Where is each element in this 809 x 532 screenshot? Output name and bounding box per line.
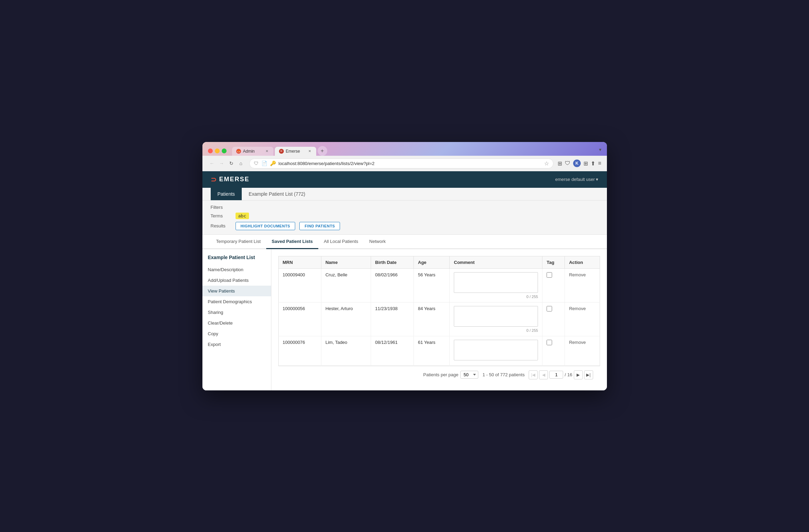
cell-tag-1 — [542, 268, 565, 302]
sidebar-item-view[interactable]: View Patients — [202, 286, 271, 296]
table-header-row: MRN Name Birth Date Age Comment Tag Acti… — [278, 256, 600, 268]
pagination-bar: Patients per page 50 25 100 1 - 50 of 77… — [278, 366, 600, 383]
find-patients-button[interactable]: FIND PATIENTS — [299, 222, 340, 230]
menu-icon[interactable]: ≡ — [598, 160, 601, 166]
next-page-button[interactable]: ▶ — [574, 370, 583, 379]
per-page-label: Patients per page — [423, 372, 458, 377]
home-button[interactable]: ⌂ — [237, 159, 245, 167]
page-separator: / — [565, 372, 566, 377]
comment-input-2[interactable] — [454, 306, 538, 327]
new-tab-button[interactable]: + — [318, 146, 327, 156]
sidebar-item-add-upload[interactable]: Add/Upload Patients — [202, 275, 271, 286]
cell-comment-3 — [450, 336, 542, 366]
page-nav: |◀ ◀ / 16 ▶ ▶| — [529, 370, 593, 379]
emerse-tab-close[interactable]: ✕ — [307, 149, 312, 154]
cell-comment-1: 0 / 255 — [450, 268, 542, 302]
profile-icon[interactable]: K — [573, 160, 581, 167]
remove-button-1[interactable]: Remove — [569, 272, 586, 277]
sidebar-item-copy[interactable]: Copy — [202, 328, 271, 339]
back-button[interactable]: ← — [208, 159, 216, 167]
shield-check-icon[interactable]: 🛡 — [565, 160, 570, 166]
tab-temporary[interactable]: Temporary Patient List — [211, 235, 266, 249]
cell-age-1: 56 Years — [414, 268, 450, 302]
sidebar-item-demographics[interactable]: Patient Demographics — [202, 296, 271, 307]
address-bar: ← → ↻ ⌂ 🛡 📄 🔑 localhost:8080/emerse/pati… — [202, 156, 607, 171]
security-icon: 🛡 — [254, 161, 259, 166]
url-bar[interactable]: 🛡 📄 🔑 localhost:8080/emerse/patients/lis… — [249, 158, 554, 168]
tab-saved[interactable]: Saved Patient Lists — [266, 235, 318, 249]
results-label: Results — [211, 223, 231, 228]
comment-count-1: 0 / 255 — [454, 295, 538, 299]
comment-count-2: 0 / 255 — [454, 328, 538, 332]
last-page-button[interactable]: ▶| — [584, 370, 593, 379]
prev-page-button[interactable]: ◀ — [539, 370, 548, 379]
sidebar-item-clear-delete[interactable]: Clear/Delete — [202, 318, 271, 328]
col-action: Action — [565, 256, 600, 268]
tag-checkbox-3[interactable] — [547, 340, 552, 345]
maximize-button[interactable] — [222, 149, 227, 153]
tab-network[interactable]: Network — [364, 235, 391, 249]
emerse-favicon: ⊃ — [279, 149, 284, 154]
col-comment: Comment — [450, 256, 542, 268]
minimize-button[interactable] — [215, 149, 220, 153]
browser-tab-admin[interactable]: 🦊 Admin ✕ — [232, 147, 273, 156]
patients-nav-tab[interactable]: Patients — [211, 188, 242, 200]
tag-checkbox-2[interactable] — [547, 306, 552, 311]
cell-mrn-3: 100000076 — [278, 336, 321, 366]
sidebar-item-sharing[interactable]: Sharing — [202, 307, 271, 318]
cell-action-3: Remove — [565, 336, 600, 366]
forward-button[interactable]: → — [218, 159, 226, 167]
col-mrn: MRN — [278, 256, 321, 268]
highlight-documents-button[interactable]: HIGHLIGHT DOCUMENTS — [236, 222, 296, 230]
col-tag: Tag — [542, 256, 565, 268]
admin-tab-close[interactable]: ✕ — [264, 149, 269, 154]
browser-tab-emerse[interactable]: ⊃ Emerse ✕ — [275, 147, 316, 156]
admin-favicon: 🦊 — [236, 149, 241, 154]
table-row: 100000076 Lim, Tadeo 08/12/1961 61 Years — [278, 336, 600, 366]
filters-row: Filters — [211, 205, 599, 210]
toolbar-icons: ⊞ 🛡 K ⊞ ⬆ ≡ — [558, 160, 601, 167]
cell-mrn-1: 100009400 — [278, 268, 321, 302]
tag-checkbox-1[interactable] — [547, 272, 552, 278]
per-page-select[interactable]: 50 25 100 — [460, 371, 478, 379]
term-badge: abc — [236, 213, 249, 219]
page-icon: 📄 — [261, 161, 267, 166]
admin-tab-label: Admin — [243, 149, 255, 154]
main-content: Patients Example Patient List (772) Filt… — [202, 188, 607, 390]
col-age: Age — [414, 256, 450, 268]
extensions-icon[interactable]: ⊞ — [583, 160, 588, 167]
sidebar-item-export[interactable]: Export — [202, 339, 271, 350]
table-area: MRN Name Birth Date Age Comment Tag Acti… — [271, 249, 607, 390]
cell-name-3: Lim, Tadeo — [321, 336, 371, 366]
refresh-button[interactable]: ↻ — [227, 159, 236, 167]
sidebar-item-name[interactable]: Name/Description — [202, 264, 271, 275]
grid-icon[interactable]: ⊞ — [558, 160, 562, 167]
sidebar: Example Patient List Name/Description Ad… — [202, 249, 271, 390]
tabs-bar: 🦊 Admin ✕ ⊃ Emerse ✕ + — [232, 146, 585, 156]
first-page-button[interactable]: |◀ — [529, 370, 538, 379]
patients-table: MRN Name Birth Date Age Comment Tag Acti… — [278, 256, 600, 366]
results-row: Results HIGHLIGHT DOCUMENTS FIND PATIENT… — [211, 222, 599, 230]
comment-input-1[interactable] — [454, 272, 538, 293]
extensions2-icon[interactable]: ⬆ — [591, 160, 595, 167]
top-nav: Patients Example Patient List (772) — [202, 188, 607, 201]
close-button[interactable] — [208, 149, 213, 153]
cell-birth-1: 08/02/1966 — [371, 268, 413, 302]
user-menu[interactable]: emerse default user ▾ — [555, 177, 599, 182]
bookmark-icon[interactable]: ☆ — [544, 160, 549, 167]
cell-tag-2 — [542, 302, 565, 336]
remove-button-2[interactable]: Remove — [569, 306, 586, 311]
url-text[interactable]: localhost:8080/emerse/patients/lists/2/v… — [279, 161, 542, 166]
filters-label: Filters — [211, 205, 231, 210]
page-input[interactable] — [549, 371, 563, 379]
body-area: Example Patient List Name/Description Ad… — [202, 249, 607, 390]
app-header: ⊃ EMERSE emerse default user ▾ — [202, 171, 607, 188]
tab-all-local[interactable]: All Local Patients — [318, 235, 364, 249]
remove-button-3[interactable]: Remove — [569, 340, 586, 345]
terms-label: Terms — [211, 213, 231, 218]
terms-row: Terms abc — [211, 213, 599, 219]
page-info: 1 - 50 of 772 patients — [482, 372, 525, 377]
comment-input-3[interactable] — [454, 340, 538, 360]
cell-action-2: Remove — [565, 302, 600, 336]
cell-birth-2: 11/23/1938 — [371, 302, 413, 336]
